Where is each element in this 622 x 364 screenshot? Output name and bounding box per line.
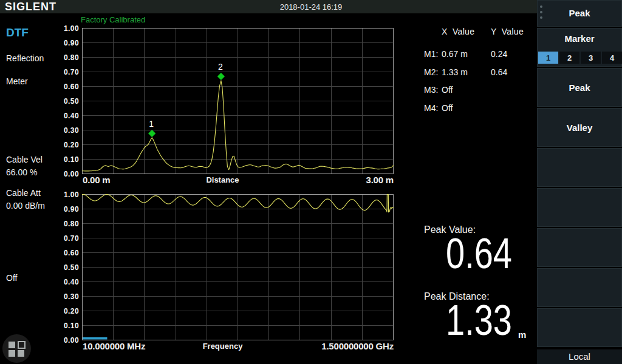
frequency-trace-svg xyxy=(82,194,394,340)
menu-button-blank-6[interactable] xyxy=(537,308,622,347)
output-state-label: Off xyxy=(6,273,17,283)
frequency-trace-ytick: 0.60 xyxy=(52,249,79,257)
menu-button-blank-3[interactable] xyxy=(537,188,622,227)
dtf-trace-svg: 12 xyxy=(82,28,394,174)
cable-vel-label: Cable Vel xyxy=(6,155,43,164)
cable-att-value: 0.00 dB/m xyxy=(6,201,45,211)
frequency-trace-ytick: 0.80 xyxy=(52,220,79,228)
dtf-trace-ytick: 1.00 xyxy=(52,24,79,33)
dtf-trace-ytick: 0.60 xyxy=(52,83,79,91)
dtf-x-end-label: 3.00 m xyxy=(366,175,394,185)
marker-section-label: Marker xyxy=(538,29,621,49)
dtf-trace-ytick: 0.90 xyxy=(52,39,79,47)
marker-select-row: 1234 xyxy=(538,52,622,64)
marker-select-4[interactable]: 4 xyxy=(602,52,622,64)
marker-x-header: X Value xyxy=(442,27,474,36)
dtf-trace-ytick: 0.30 xyxy=(52,126,79,135)
marker-select-1[interactable]: 1 xyxy=(538,52,558,64)
dtf-trace-ytick: 0.50 xyxy=(52,97,79,106)
marker-section: Marker 1234 xyxy=(537,28,622,67)
dtf-x-axis-title: Distance xyxy=(52,175,393,184)
marker-select-2[interactable]: 2 xyxy=(559,52,579,64)
frequency-trace-ytick: 0.00 xyxy=(52,336,79,345)
dtf-trace-ytick: 0.70 xyxy=(52,68,79,76)
cable-att-label: Cable Att xyxy=(6,188,41,198)
dtf-x-axis: 0.00 m Distance 3.00 m xyxy=(82,175,394,184)
calibration-status: Factory Calibrated xyxy=(81,15,145,24)
frequency-chart xyxy=(82,194,393,340)
menu-grip-icon xyxy=(540,5,544,22)
frequency-trace-ytick: 0.10 xyxy=(52,322,79,330)
measurement-mode-label: DTF xyxy=(6,26,29,39)
frequency-trace-ytick: 0.40 xyxy=(52,278,79,286)
menu-button-blank-2[interactable] xyxy=(537,148,622,187)
frequency-x-axis: 10.000000 MHz Frequency 1.500000000 GHz xyxy=(82,341,394,351)
dtf-chart: 12 xyxy=(82,28,393,174)
marker-select-3[interactable]: 3 xyxy=(581,52,601,64)
soft-menu: Peak Marker 1234 PeakValley Local xyxy=(537,0,622,364)
dtf-trace-ytick: 0.80 xyxy=(52,53,79,62)
marker-1-diamond xyxy=(148,130,156,137)
frequency-trace-ytick: 1.00 xyxy=(52,190,79,199)
dtf-trace-ytick: 0.10 xyxy=(52,155,79,164)
frequency-trace-ytick: 0.30 xyxy=(52,292,79,301)
home-menu-icon[interactable] xyxy=(2,334,31,363)
local-button[interactable]: Local xyxy=(537,349,622,364)
format-label: Reflection xyxy=(6,53,44,63)
peak-value-readout: 0.64 xyxy=(444,232,514,275)
marker-2-label: 2 xyxy=(218,62,223,72)
top-bar: SIGLENT 2018-01-24 16:19 xyxy=(0,0,622,13)
menu-button-valley[interactable]: Valley xyxy=(537,108,622,147)
frequency-trace-ytick: 0.90 xyxy=(52,205,79,214)
frequency-trace-ytick: 0.70 xyxy=(52,234,79,243)
menu-button-peak[interactable]: Peak xyxy=(537,68,622,107)
unit-label: Meter xyxy=(6,76,28,86)
cable-vel-value: 66.00 % xyxy=(6,167,37,177)
marker-y-header: Y Value xyxy=(491,27,524,36)
freq-x-end-label: 1.500000000 GHz xyxy=(321,341,394,351)
marker-2-diamond xyxy=(217,73,225,80)
dtf-trace-ytick: 0.40 xyxy=(52,112,79,120)
menu-button-blank-4[interactable] xyxy=(537,228,622,267)
peak-distance-unit: m xyxy=(518,329,526,340)
menu-title-peak: Peak xyxy=(537,0,622,27)
datetime: 2018-01-24 16:19 xyxy=(0,2,622,12)
frequency-trace-ytick: 0.50 xyxy=(52,263,79,272)
dtf-trace-ytick: 0.00 xyxy=(52,170,79,178)
frequency-trace-ytick: 0.20 xyxy=(52,307,79,315)
marker-1-label: 1 xyxy=(149,119,154,129)
dtf-trace-ytick: 0.20 xyxy=(52,141,79,149)
menu-button-blank-5[interactable] xyxy=(537,268,622,307)
peak-distance-readout: 1.33 xyxy=(444,299,514,342)
